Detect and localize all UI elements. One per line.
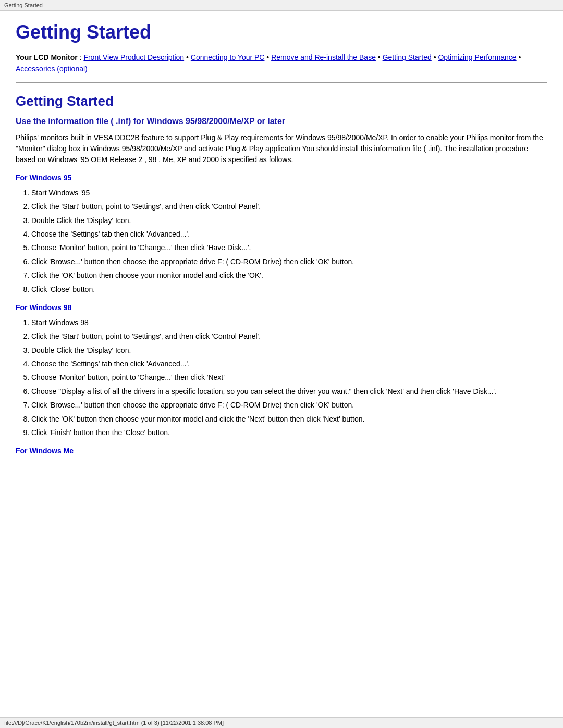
content-area: Getting Started Your LCD Monitor : Front… (0, 11, 563, 481)
list-item: Click the 'Start' button, point to 'Sett… (31, 201, 547, 212)
subsection-title: Use the information file ( .inf) for Win… (16, 117, 547, 126)
section-title: Getting Started (16, 93, 547, 109)
list-item: Click 'Browse...' button then choose the… (31, 256, 547, 267)
list-item: Click 'Finish' button then the 'Close' b… (31, 427, 547, 438)
nav-link-optimizing[interactable]: Optimizing Performance (438, 53, 516, 61)
list-item: Click the 'OK' button then choose your m… (31, 413, 547, 425)
win98-heading: For Windows 98 (16, 303, 547, 312)
list-item: Choose 'Monitor' button, point to 'Chang… (31, 242, 547, 253)
intro-text: Philips' monitors built in VESA DDC2B fe… (16, 132, 547, 165)
list-item: Click 'Browse...' button then choose the… (31, 399, 547, 411)
nav-link-front-view[interactable]: Front View Product Description (83, 53, 184, 61)
list-item: Click the 'Start' button, point to 'Sett… (31, 330, 547, 342)
page-title: Getting Started (16, 21, 547, 43)
windows-section-98: For Windows 98 Start Windows 98 Click th… (16, 303, 547, 439)
list-item: Start Windows '95 (31, 187, 547, 199)
windows-section-95: For Windows 95 Start Windows '95 Click t… (16, 174, 547, 295)
list-item: Choose "Display a list of all the driver… (31, 386, 547, 397)
section-divider (16, 82, 547, 83)
list-item: Click the 'OK' button then choose your m… (31, 269, 547, 281)
list-item: Click 'Close' button. (31, 283, 547, 295)
nav-prefix: Your LCD Monitor (16, 53, 78, 61)
list-item: Choose 'Monitor' button, point to 'Chang… (31, 372, 547, 383)
nav-line: Your LCD Monitor : Front View Product De… (16, 52, 547, 75)
browser-tab: Getting Started (0, 0, 563, 11)
win95-steps: Start Windows '95 Click the 'Start' butt… (31, 187, 547, 295)
list-item: Start Windows 98 (31, 317, 547, 328)
nav-link-getting-started[interactable]: Getting Started (383, 53, 432, 61)
win95-heading: For Windows 95 (16, 174, 547, 182)
winme-heading: For Windows Me (16, 447, 547, 455)
win98-steps: Start Windows 98 Click the 'Start' butto… (31, 317, 547, 439)
nav-link-accessories[interactable]: Accessories (optional) (16, 65, 88, 73)
tab-label: Getting Started (4, 2, 43, 8)
list-item: Double Click the 'Display' Icon. (31, 215, 547, 226)
list-item: Choose the 'Settings' tab then click 'Ad… (31, 358, 547, 369)
list-item: Choose the 'Settings' tab then click 'Ad… (31, 228, 547, 240)
nav-link-remove-base[interactable]: Remove and Re-install the Base (271, 53, 376, 61)
list-item: Double Click the 'Display' Icon. (31, 344, 547, 356)
nav-link-connecting[interactable]: Connecting to Your PC (191, 53, 265, 61)
windows-section-me: For Windows Me (16, 447, 547, 455)
